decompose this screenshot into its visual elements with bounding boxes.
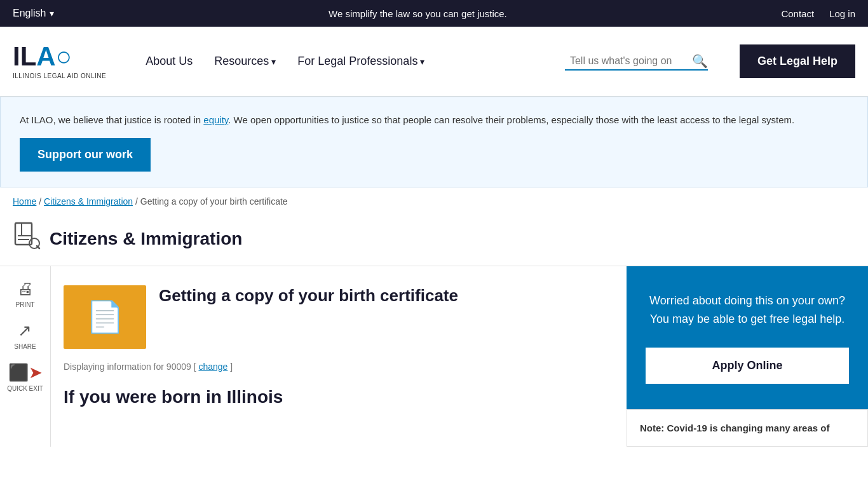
nav-about[interactable]: About Us (138, 50, 200, 73)
banner-text: At ILAO, we believe that justice is root… (20, 112, 848, 128)
logo-text: ILA○ (13, 43, 106, 70)
note-text: Note: Covid-19 is changing many areas of (640, 423, 829, 433)
category-icon (13, 222, 41, 255)
nav-links: About Us Resources ▾ For Legal Professio… (138, 50, 546, 73)
get-help-button[interactable]: Get Legal Help (740, 44, 855, 78)
quick-exit-label: QUICK EXIT (7, 385, 43, 392)
breadcrumb: Home / Citizens & Immigration / Getting … (0, 187, 868, 215)
top-bar-links: Contact Log in (781, 8, 855, 19)
equity-link[interactable]: equity (203, 114, 228, 125)
category-header: Citizens & Immigration (0, 215, 868, 266)
article-thumbnail: 📄 (64, 285, 146, 349)
breadcrumb-category[interactable]: Citizens & Immigration (44, 196, 133, 207)
help-line1: Worried about doing this on your own? (649, 294, 845, 307)
search-area: 🔍 (565, 53, 708, 71)
sidebar-actions: 🖨 PRINT ↗ SHARE ⬛➤ QUICK EXIT (0, 266, 51, 447)
support-btn[interactable]: Support our work (20, 138, 151, 172)
logo-circle: ○ (56, 41, 72, 71)
language-selector[interactable]: English ▾ (13, 8, 54, 19)
logo-a: A (36, 41, 55, 71)
breadcrumb-sep2: / (135, 196, 140, 207)
help-line2: You may be able to get free legal help. (650, 313, 845, 325)
logo-il: IL (13, 41, 36, 71)
nav-legal-professionals[interactable]: For Legal Professionals ▾ (290, 50, 432, 73)
language-label: English (13, 8, 46, 19)
quick-exit-action[interactable]: ⬛➤ QUICK EXIT (7, 363, 43, 392)
tagline: We simplify the law so you can get justi… (329, 8, 507, 19)
search-input[interactable] (565, 53, 692, 69)
content-wrapper: 📄 Getting a copy of your birth certifica… (51, 266, 868, 447)
note-panel: Note: Covid-19 is changing many areas of (627, 409, 868, 447)
section-title: If you were born in Illinois (64, 387, 614, 407)
displaying-text: Displaying information for 90009 [ (64, 362, 196, 372)
top-bar: English ▾ We simplify the law so you can… (0, 0, 868, 27)
print-icon: 🖨 (17, 279, 34, 299)
print-label: PRINT (16, 301, 35, 308)
share-icon: ↗ (18, 321, 32, 341)
search-icon[interactable]: 🔍 (692, 53, 708, 69)
displaying-info: Displaying information for 90009 [ chang… (64, 362, 614, 372)
breadcrumb-sep1: / (39, 196, 44, 207)
category-title: Citizens & Immigration (50, 229, 242, 249)
logo-subtitle: ILLINOIS LEGAL AID ONLINE (13, 72, 106, 79)
nav-resources[interactable]: Resources ▾ (207, 50, 283, 73)
article-card: 📄 Getting a copy of your birth certifica… (64, 285, 614, 349)
banner: At ILAO, we believe that justice is root… (0, 97, 868, 187)
change-link[interactable]: change (198, 362, 227, 372)
help-panel: Worried about doing this on your own? Yo… (627, 266, 868, 409)
breadcrumb-home[interactable]: Home (13, 196, 36, 207)
displaying-close: ] (230, 362, 233, 372)
share-action[interactable]: ↗ SHARE (14, 321, 36, 350)
nav-resources-label: Resources (214, 55, 269, 68)
legal-chevron-icon: ▾ (420, 57, 424, 67)
article-thumb-icon: 📄 (86, 299, 124, 335)
breadcrumb-current: Getting a copy of your birth certificate (140, 196, 288, 207)
help-text: Worried about doing this on your own? Yo… (646, 292, 849, 329)
logo[interactable]: ILA○ ILLINOIS LEGAL AID ONLINE (13, 43, 106, 79)
quick-exit-icon: ⬛➤ (8, 363, 43, 383)
contact-link[interactable]: Contact (781, 8, 814, 19)
article-title: Getting a copy of your birth certificate (159, 285, 458, 307)
nav-legal-label: For Legal Professionals (297, 55, 417, 68)
nav-bar: ILA○ ILLINOIS LEGAL AID ONLINE About Us … (0, 27, 868, 97)
main-content: 🖨 PRINT ↗ SHARE ⬛➤ QUICK EXIT 📄 Getting … (0, 266, 868, 447)
content-left: 📄 Getting a copy of your birth certifica… (51, 266, 627, 447)
apply-online-button[interactable]: Apply Online (646, 348, 849, 384)
print-action[interactable]: 🖨 PRINT (16, 279, 35, 308)
right-panel: Worried about doing this on your own? Yo… (627, 266, 868, 447)
share-label: SHARE (14, 343, 36, 350)
login-link[interactable]: Log in (829, 8, 855, 19)
resources-chevron-icon: ▾ (271, 57, 276, 67)
language-chevron-icon: ▾ (50, 8, 54, 18)
svg-rect-1 (22, 223, 32, 236)
